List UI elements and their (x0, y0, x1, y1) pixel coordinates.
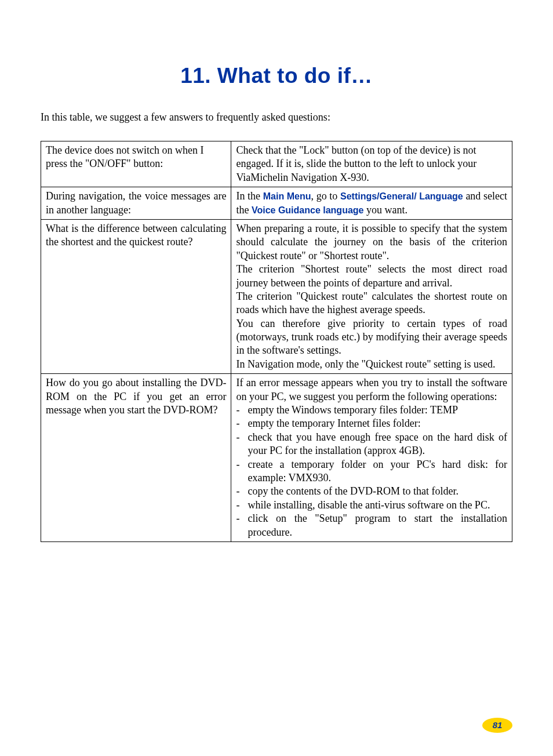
faq-question: How do you go about installing the DVD-R… (41, 374, 231, 542)
faq-question: What is the difference between calculati… (41, 219, 231, 373)
faq-answer: Check that the "Lock" button (on top of … (231, 141, 512, 187)
answer-lead: If an error message appears when you try… (236, 376, 507, 404)
faq-answer: When preparing a route, it is possible t… (231, 219, 512, 373)
answer-paragraph: The criterion "Shortest route" selects t… (236, 263, 507, 290)
ui-path-text: Main Menu (263, 191, 311, 201)
faq-answer: In the Main Menu, go to Settings/General… (231, 187, 512, 220)
list-item: copy the contents of the DVD-ROM to that… (236, 485, 507, 498)
faq-question: During navigation, the voice messages ar… (41, 187, 231, 220)
table-row: During navigation, the voice messages ar… (41, 187, 512, 220)
ui-path-text: Voice Guidance language (252, 205, 364, 215)
answer-text: , go to (311, 190, 340, 202)
table-row: The device does not switch on when I pre… (41, 141, 512, 187)
list-item: empty the Windows temporary files folder… (236, 404, 507, 417)
page-number: 81 (482, 718, 512, 733)
table-row: How do you go about installing the DVD-R… (41, 374, 512, 542)
faq-question: The device does not switch on when I pre… (41, 141, 231, 187)
intro-text: In this table, we suggest a few answers … (41, 111, 512, 123)
answer-text: In the (236, 190, 263, 202)
answer-paragraph: In Navigation mode, only the "Quickest r… (236, 358, 507, 371)
list-item: create a temporary folder on your PC's h… (236, 458, 507, 485)
answer-list: empty the Windows temporary files folder… (236, 404, 507, 539)
faq-answer: If an error message appears when you try… (231, 374, 512, 542)
faq-table: The device does not switch on when I pre… (41, 141, 512, 542)
page: 11. What to do if… In this table, we sug… (0, 0, 553, 756)
answer-paragraph: You can therefore give priority to certa… (236, 317, 507, 358)
list-item: while installing, disable the anti-virus… (236, 499, 507, 512)
answer-text: you want. (363, 204, 408, 216)
page-title: 11. What to do if… (41, 64, 512, 88)
answer-paragraph: The criterion "Quickest route" calculate… (236, 290, 507, 317)
answer-paragraph: When preparing a route, it is possible t… (236, 222, 507, 263)
list-item: empty the temporary Internet files folde… (236, 417, 507, 430)
table-row: What is the difference between calculati… (41, 219, 512, 373)
list-item: check that you have enough free space on… (236, 431, 507, 458)
list-item: click on the "Setup" program to start th… (236, 512, 507, 539)
ui-path-text: Settings/General/ Language (340, 191, 463, 201)
